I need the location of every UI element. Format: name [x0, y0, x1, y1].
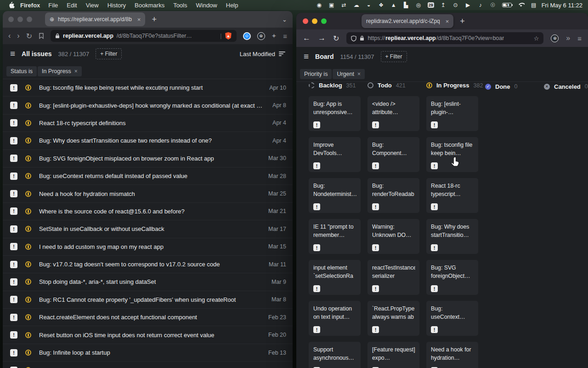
priority-urgent-icon[interactable]: !	[372, 244, 379, 251]
forward-button[interactable]: →	[318, 34, 326, 43]
priority-urgent-icon[interactable]: !	[313, 121, 320, 128]
priority-urgent-icon[interactable]: !	[10, 137, 17, 144]
priority-urgent-icon[interactable]: !	[10, 278, 17, 286]
brave-shield-icon[interactable]: ▲	[225, 32, 232, 40]
remove-filter-icon[interactable]: ×	[74, 68, 78, 75]
close-window-button[interactable]	[303, 18, 308, 24]
board-card[interactable]: Bug: renderToReadab !	[368, 178, 419, 213]
issue-row[interactable]: ! Stop doing data-*, aria-*, start using…	[3, 273, 293, 291]
status-in-progress-icon[interactable]	[25, 350, 31, 356]
zoom-window-button[interactable]	[321, 18, 327, 24]
dropbox-icon[interactable]: ❖	[378, 2, 384, 9]
board-card[interactable]: Bug: App is unresponsive… !	[309, 96, 361, 131]
issue-row[interactable]: ! React.createElement does not accept fu…	[3, 309, 293, 326]
right-menu-icon[interactable]: ≡	[577, 34, 582, 42]
board-card[interactable]: input element `setSelectionRa !	[309, 260, 361, 295]
menubar-menu-window[interactable]: Window	[196, 2, 217, 9]
status-in-progress-icon[interactable]	[25, 85, 31, 91]
sort-control[interactable]: Last Modified	[240, 51, 285, 58]
bookmark-star-icon[interactable]: ☆	[534, 35, 539, 42]
menubar-menu-edit[interactable]: Edit	[67, 2, 77, 9]
board-card[interactable]: Bug: Why does startTransitio… !	[426, 219, 478, 254]
cloud-icon[interactable]: ☁	[353, 2, 360, 9]
calendar-icon[interactable]: 29	[428, 2, 434, 9]
status-in-progress-icon[interactable]	[25, 138, 31, 144]
minimize-window-button[interactable]	[17, 17, 23, 22]
tab-close-icon[interactable]: ×	[446, 18, 449, 25]
menubar-app-name[interactable]: Firefox	[20, 2, 40, 9]
board-card[interactable]: Support asynchronous… !	[309, 342, 361, 368]
filter-field-chip[interactable]: Status is	[6, 66, 37, 76]
screen-record-icon[interactable]: ◉	[316, 2, 322, 9]
issue-row[interactable]: ! [DevTools Bug] Unsupported Bridge oper…	[3, 362, 293, 368]
tab-list-chevron-icon[interactable]: ⌄	[282, 16, 287, 23]
priority-urgent-icon[interactable]: !	[313, 285, 320, 292]
add-filter-button[interactable]: + Filter	[381, 51, 407, 62]
tracking-shield-icon[interactable]	[351, 35, 356, 41]
new-tab-button[interactable]: +	[152, 15, 157, 24]
priority-urgent-icon[interactable]: !	[10, 349, 17, 356]
issue-row[interactable]: ! Reset button on iOS time input does no…	[3, 326, 293, 344]
close-window-button[interactable]	[8, 17, 14, 22]
priority-urgent-icon[interactable]: !	[431, 244, 438, 251]
filter-value-chip[interactable]: In Progress ×	[38, 66, 82, 76]
priority-urgent-icon[interactable]: !	[313, 203, 320, 210]
priority-urgent-icon[interactable]: !	[10, 331, 17, 339]
priority-urgent-icon[interactable]: !	[372, 285, 379, 292]
status-in-progress-icon[interactable]	[25, 226, 31, 232]
menubar-clock[interactable]: Fri May 6 11:22	[542, 2, 582, 9]
sidebar-hamburger-icon[interactable]: ≡	[10, 49, 15, 59]
board-card[interactable]: Warning: Unknown DO… !	[368, 219, 419, 254]
priority-urgent-icon[interactable]: !	[431, 285, 438, 292]
priority-urgent-icon[interactable]: !	[10, 207, 17, 215]
sync-arrows-icon[interactable]: ⇄	[341, 2, 347, 9]
priority-urgent-icon[interactable]: !	[10, 296, 17, 303]
minimize-window-button[interactable]	[312, 18, 317, 24]
issue-row[interactable]: ! Bug: useContext returns default instea…	[3, 167, 293, 185]
window-layout-icon[interactable]: ▙	[403, 2, 409, 9]
status-in-progress-icon[interactable]	[25, 261, 31, 267]
issue-row[interactable]: ! SetState in useCallback or without use…	[3, 220, 293, 238]
zoom-window-button[interactable]	[27, 17, 32, 22]
reload-button[interactable]: ↻	[333, 34, 339, 43]
priority-urgent-icon[interactable]: !	[10, 84, 17, 92]
status-in-progress-icon[interactable]	[25, 208, 31, 214]
menubar-menu-view[interactable]: View	[86, 2, 99, 9]
docker-icon[interactable]: ◒	[366, 2, 372, 9]
bookmark-icon[interactable]	[39, 33, 44, 39]
right-traffic-lights[interactable]	[303, 18, 327, 24]
vercel-triangle-icon[interactable]: ▲	[390, 2, 397, 9]
back-button[interactable]: ←	[303, 34, 311, 43]
priority-urgent-icon[interactable]: !	[10, 102, 17, 109]
menubar-menu-tools[interactable]: Tools	[173, 2, 187, 9]
board-card[interactable]: Bug: Component… !	[368, 137, 419, 172]
issue-row[interactable]: ! Bug: [eslint-plugin-exhaustive-deps] h…	[3, 97, 293, 114]
board-card[interactable]: Bug: useContext… !	[426, 301, 478, 336]
menubar-menu-bookmarks[interactable]: Bookmarks	[135, 2, 164, 9]
camera-icon[interactable]: ▣	[328, 2, 335, 9]
issue-row[interactable]: ! Bug: Why does startTransition cause tw…	[3, 132, 293, 150]
priority-urgent-icon[interactable]: !	[431, 121, 438, 128]
priority-urgent-icon[interactable]: !	[10, 261, 17, 268]
priority-urgent-icon[interactable]: !	[431, 162, 438, 169]
status-in-progress-icon[interactable]	[25, 314, 31, 320]
issue-row[interactable]: ! Where is the source code of react@15.6…	[3, 203, 293, 220]
issue-row[interactable]: ! Bug: RC1 Cannot create property '_upda…	[3, 291, 293, 309]
left-traffic-lights[interactable]	[8, 17, 32, 22]
priority-urgent-icon[interactable]: !	[431, 203, 438, 210]
menubar-menu-history[interactable]: History	[107, 2, 126, 9]
status-in-progress-icon[interactable]	[25, 120, 31, 126]
board-card[interactable]: Bug: SVG foreignObject… !	[426, 260, 478, 295]
priority-urgent-icon[interactable]: !	[10, 119, 17, 126]
play-circle-icon[interactable]: ▶	[465, 2, 471, 9]
priority-urgent-icon[interactable]: !	[10, 243, 17, 250]
board-card[interactable]: IE 11 "prompt to remember… !	[309, 219, 361, 254]
priority-urgent-icon[interactable]: !	[313, 326, 320, 333]
priority-urgent-icon[interactable]: !	[10, 155, 17, 162]
apple-logo-icon[interactable]	[8, 1, 16, 9]
issue-row[interactable]: ! I need to add custom svg map on my rea…	[3, 238, 293, 256]
status-in-progress-icon[interactable]	[25, 155, 31, 161]
menubar-menu-help[interactable]: Help	[226, 2, 238, 9]
tab-close-icon[interactable]: ×	[137, 16, 141, 23]
priority-urgent-icon[interactable]: !	[431, 326, 438, 333]
